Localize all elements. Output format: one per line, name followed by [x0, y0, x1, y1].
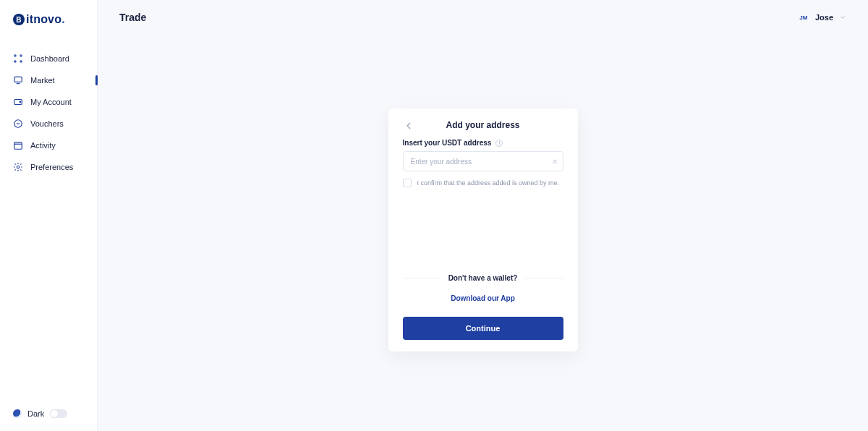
confirm-checkbox[interactable] [403, 179, 412, 187]
logo-mark-icon: B [13, 14, 25, 25]
sidebar-item-label: Preferences [30, 163, 73, 171]
svg-point-2 [14, 61, 16, 62]
sidebar-item-activity[interactable]: Activity [0, 135, 97, 156]
dark-mode-toggle[interactable] [50, 409, 67, 418]
voucher-icon [13, 119, 23, 129]
sidebar-item-label: Dashboard [30, 54, 69, 63]
sidebar: Bitnovo. Dashboard Market My Account [0, 0, 98, 431]
main: Add your address Insert your USDT addres… [98, 35, 868, 431]
market-icon [13, 75, 23, 85]
sidebar-item-dashboard[interactable]: Dashboard [0, 48, 97, 69]
svg-point-9 [17, 166, 20, 168]
logo-dot: . [61, 13, 65, 26]
svg-rect-4 [14, 77, 22, 82]
divider-left [403, 278, 441, 278]
address-label: Insert your USDT address [403, 139, 492, 147]
moon-icon [13, 409, 22, 418]
wallet-icon [13, 97, 23, 107]
divider-right [524, 278, 563, 278]
sidebar-item-market[interactable]: Market [0, 69, 97, 91]
user-menu[interactable]: JM Jose [798, 12, 846, 23]
svg-point-3 [20, 61, 22, 62]
logo-text: itnovo [26, 13, 61, 26]
address-label-row: Insert your USDT address i [403, 139, 563, 147]
page-title: Trade [119, 12, 146, 23]
info-icon[interactable]: i [495, 140, 503, 147]
dark-mode-label: Dark [27, 409, 44, 418]
address-input[interactable] [403, 151, 563, 171]
continue-button[interactable]: Continue [403, 317, 563, 340]
sidebar-item-label: Vouchers [30, 119, 64, 128]
clear-icon[interactable]: ✕ [552, 158, 558, 166]
no-wallet-text: Don't have a wallet? [448, 274, 518, 282]
confirm-row: I confirm that the address added is owne… [403, 179, 563, 187]
download-row: Download our App [403, 291, 563, 304]
sidebar-item-label: Market [30, 76, 55, 85]
svg-point-6 [20, 101, 21, 103]
svg-point-1 [20, 55, 22, 56]
no-wallet-row: Don't have a wallet? [403, 274, 563, 282]
user-name: Jose [815, 13, 833, 22]
svg-rect-8 [14, 142, 22, 149]
sidebar-item-vouchers[interactable]: Vouchers [0, 113, 97, 135]
back-button[interactable] [403, 120, 414, 132]
download-app-link[interactable]: Download our App [451, 294, 515, 302]
card-title: Add your address [446, 120, 519, 130]
avatar: JM [798, 12, 809, 23]
chevron-down-icon [839, 14, 846, 21]
topbar: Trade JM Jose [98, 0, 868, 35]
card-header: Add your address [403, 120, 563, 130]
sidebar-item-preferences[interactable]: Preferences [0, 156, 97, 178]
sidebar-item-label: My Account [30, 98, 72, 106]
calendar-icon [13, 140, 23, 150]
sidebar-item-my-account[interactable]: My Account [0, 91, 97, 113]
logo[interactable]: Bitnovo. [0, 0, 97, 30]
svg-point-0 [14, 55, 16, 56]
gear-icon [13, 162, 23, 172]
dark-mode-row: Dark [0, 409, 97, 418]
dashboard-icon [13, 54, 23, 64]
add-address-card: Add your address Insert your USDT addres… [388, 108, 578, 351]
sidebar-item-label: Activity [30, 141, 56, 150]
sidebar-nav: Dashboard Market My Account Vouchers Act… [0, 48, 97, 178]
address-input-wrap: ✕ [403, 151, 563, 171]
confirm-label: I confirm that the address added is owne… [417, 179, 560, 187]
